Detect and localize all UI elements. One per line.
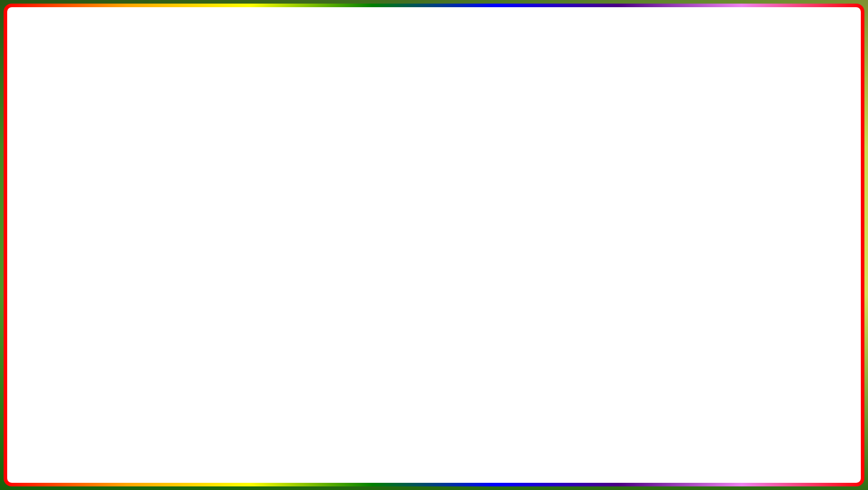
milk-worlds-value: Cat, Aaaalit Ocean, Tech, Fantasy ▲ [231,194,305,199]
svg-rect-40 [587,360,600,396]
like-stat: 👍 92% [718,274,739,281]
script-rabbit-icon: 🐰 [508,441,537,471]
confetti-1: ⭐ [171,90,183,102]
milk-header: 🐮 Pet Simulator X - Milk Up ✏ — ✕ [172,151,309,162]
confetti-4: ✦ [705,99,711,106]
cloud-nav: Main 34 Pets 🦊 Boosts 🔥 Visual 🔍 Gui 🖥️ … [100,135,134,230]
main-title: PET SIMULATOR X [177,13,691,81]
cloud-nav-gui[interactable]: Gui 🖥️ [100,174,133,184]
bottom-script: SCRIPT [422,444,501,468]
cloud-type-label: Type [136,147,146,152]
cloud-nav-visual[interactable]: Visual 🔍 [100,165,133,174]
svg-text:🎉: 🎉 [770,168,778,175]
milk-minimize-btn[interactable]: — [291,153,297,160]
svg-point-14 [647,376,653,382]
milk-ignore-label: Ignore Massive Piñata [176,204,225,209]
milk-tab-event[interactable]: ✨ - Event [174,163,200,170]
cloud-area-label: Area [136,162,145,167]
milk-toggle-server-hop[interactable] [291,214,305,222]
nav-select-area[interactable]: 📍 Select Are... [39,257,77,264]
game-card-stats: 👍 92% 👥 248.4K [718,274,824,281]
cloud-nav-booth[interactable]: Booth Sniper✖ [100,204,133,219]
milk-pencil-btn[interactable]: ✏ [282,153,288,160]
bottom-pastebin: PASTEBIN [544,437,706,474]
cloud-teleport-label: Teleport To... [136,175,159,179]
svg-point-61 [786,189,795,201]
bottom-title: UPDATE PIÑATA SCRIPT 🐰 PASTEBIN [162,437,706,474]
cloud-nav-boosts[interactable]: Boosts 🔥 [100,155,133,165]
svg-rect-39 [569,360,582,396]
nav-select-mode[interactable]: 🔧 Select Mo... [39,242,77,249]
svg-rect-33 [589,298,593,302]
svg-marker-7 [652,315,670,328]
svg-marker-5 [616,312,634,328]
nav-webhook[interactable]: 🔗 Webhook [39,286,77,294]
svg-text:✦: ✦ [722,151,729,161]
players-icon: 👥 [746,274,753,281]
evo-globe-icon[interactable]: 🌐 [167,111,173,118]
milk-row-farm-pinatas: Farm Piñatas [172,181,309,192]
milk-toggle-ignore[interactable] [291,203,305,210]
cloud-hub-header: Cloud hub | Psx [100,125,195,135]
nav-chest-farm[interactable]: 📦 Chest Fa... [39,272,77,279]
nav-player-stuffs[interactable]: 👤 Player Stuffs [39,279,77,286]
cloud-autofarm-toggle[interactable] [180,137,192,143]
player-character [553,285,616,423]
milk-worlds-chevron[interactable]: ▲ [300,194,305,199]
cloud-nav-pets[interactable]: Pets 🦊 [100,145,133,155]
cloud-nav-premium[interactable]: Premium🔥 [100,229,133,234]
svg-rect-38 [603,317,614,348]
main-title-text: PET SIMULATOR [177,14,653,80]
svg-rect-37 [555,317,567,348]
game-card: 🎉 ✦ ✦ ✦ ✦ [🎉 PIÑATA] Pet Si [711,130,832,287]
svg-rect-32 [578,298,582,302]
svg-point-26 [691,344,694,348]
panel-milk-up: 🐮 Pet Simulator X - Milk Up ✏ — ✕ ✨ - Ev… [171,151,310,254]
nav-deleters[interactable]: 🗑️ Deleters [39,264,77,272]
milk-row-worlds: Worlds Cat, Aaaalit Ocean, Tech, Fantasy… [172,192,309,201]
milk-tab-eggs[interactable]: 🥚 - Eggs [228,163,253,170]
milk-tab-coins[interactable]: 🪙 - Coins [201,163,227,170]
cloud-hub-title: Cloud hub | Psx [103,127,141,132]
svg-rect-36 [578,319,591,346]
cloud-nav-misc[interactable]: Misc💚 [100,219,133,229]
bottom-pinata: PIÑATA [300,437,416,474]
svg-point-62 [768,207,779,215]
evo-search-input[interactable] [90,111,153,118]
milk-close-btn[interactable]: ✕ [300,153,306,160]
milk-title: 🐮 Pet Simulator X - Milk Up [175,154,235,159]
cloud-nav-spoofer[interactable]: Spoofer🎭 [100,184,133,194]
evo-header-title: EVO V4PSX [74,104,86,125]
cloud-autofarm-row: Auto farm 🌱 [136,137,192,143]
milk-tab-mach[interactable]: ⚙️ - Mach [278,163,304,170]
milk-tabs: ✨ - Event 🪙 - Coins 🥚 - Eggs 🔧 - Misc ⚙️… [172,162,309,172]
cloud-type-select[interactable]: Normal [148,146,174,153]
cloud-mastery-label: Mastery [136,187,150,192]
nav-mastery[interactable]: 🏆 Mastery [39,249,77,257]
svg-point-15 [633,385,644,393]
bottom-update: UPDATE [162,437,293,474]
svg-text:✦: ✦ [821,219,828,229]
svg-text:✦: ✦ [819,150,825,159]
svg-line-17 [618,392,633,392]
svg-point-47 [584,286,590,292]
game-card-thumbnail: 🎉 ✦ ✦ ✦ ✦ [713,133,830,249]
milk-toggle-farm-pinatas[interactable] [291,183,305,190]
player-stat: 👥 248.4K [746,274,773,281]
svg-text:✦: ✦ [721,216,727,224]
main-title-x: X [653,14,691,80]
svg-point-10 [614,357,663,407]
milk-section-pinatas: Piñatas [172,172,309,181]
game-card-title: [🎉 PIÑATA] Pet Simulator X! 🐾 [718,254,824,271]
evo-tab-normal-farm[interactable]: Normal Farm [71,127,102,135]
milk-farm-pinatas-label: Farm Piñatas [176,183,206,189]
cloud-nav-mastery[interactable]: Mastery⚡ [100,194,133,204]
thumb-up-icon: 👍 [718,274,725,281]
cloud-nav-main[interactable]: Main 34 [100,135,133,145]
player-count: 248.4K [755,274,773,281]
cloud-deco-2 [36,63,90,88]
milk-tab-misc[interactable]: 🔧 - Misc [254,163,278,170]
milk-worlds-label: Worlds [176,194,192,199]
milk-server-hop-label: Server Hop [176,215,201,221]
cloud-chest-label: Chest [136,155,148,160]
